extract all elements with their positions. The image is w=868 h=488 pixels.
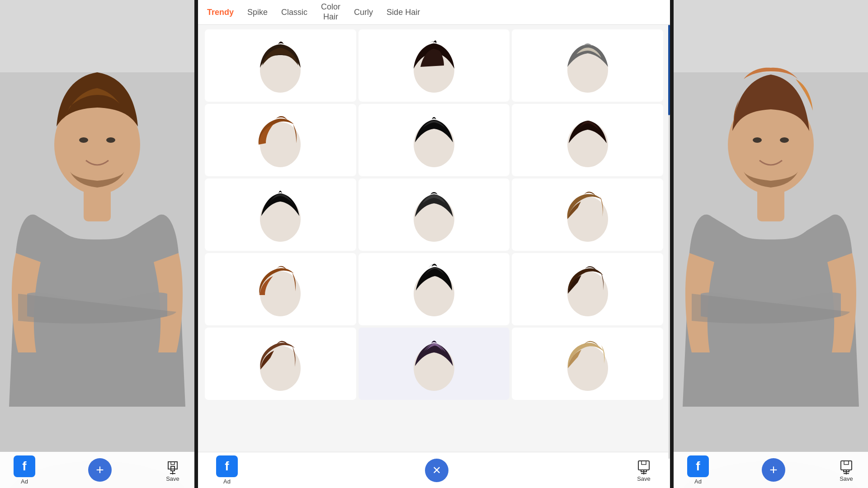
hair-svg-4: [253, 111, 307, 169]
svg-point-6: [106, 137, 115, 143]
ad-label-left: Ad: [21, 478, 28, 485]
save-label-center: Save: [637, 475, 651, 482]
fb-ad-center[interactable]: f Ad: [216, 455, 238, 485]
save-label-right: Save: [840, 475, 853, 482]
right-panel: f Ad + Save: [674, 0, 868, 488]
svg-rect-22: [638, 461, 649, 470]
svg-rect-24: [642, 461, 646, 465]
left-panel: f Ad + Save: [0, 0, 194, 488]
hair-style-14[interactable]: [359, 328, 510, 400]
ad-label-center: Ad: [223, 478, 231, 485]
hair-style-9[interactable]: [512, 178, 663, 251]
tab-color-hair[interactable]: ColorHair: [321, 0, 340, 23]
svg-point-31: [780, 137, 789, 143]
hair-style-10[interactable]: [205, 253, 356, 325]
tab-curly[interactable]: Curly: [354, 6, 373, 19]
right-person-figure: [674, 0, 868, 488]
svg-point-30: [753, 137, 762, 143]
close-button[interactable]: ✕: [425, 459, 448, 482]
svg-rect-34: [844, 461, 849, 465]
right-divider: [670, 0, 674, 488]
save-icon-center: [636, 458, 652, 474]
ad-label-right: Ad: [694, 478, 702, 485]
left-divider: [194, 0, 198, 488]
hair-svg-12: [561, 260, 615, 319]
hair-style-3[interactable]: [512, 29, 663, 102]
tab-classic[interactable]: Classic: [281, 6, 307, 19]
hair-svg-13: [253, 334, 307, 393]
left-person-figure: [0, 0, 194, 488]
fb-ad-left[interactable]: f Ad: [14, 455, 35, 485]
hair-svg-5: [407, 111, 461, 169]
svg-rect-32: [841, 461, 852, 470]
tab-trendy[interactable]: Trendy: [207, 6, 234, 19]
add-button-right[interactable]: +: [762, 458, 785, 482]
svg-rect-1: [0, 0, 194, 72]
hair-style-2[interactable]: [359, 29, 510, 102]
hair-svg-11: [407, 260, 461, 319]
hair-style-1[interactable]: [205, 29, 356, 102]
save-button-right[interactable]: Save: [838, 458, 854, 482]
hair-svg-6: [561, 111, 615, 169]
tab-side-hair[interactable]: Side Hair: [387, 6, 420, 19]
scroll-bar[interactable]: [668, 25, 670, 459]
hair-svg-7: [253, 185, 307, 244]
hair-svg-3: [561, 36, 615, 95]
hair-style-4[interactable]: [205, 104, 356, 176]
facebook-icon-right: f: [687, 455, 709, 477]
hair-style-13[interactable]: [205, 328, 356, 400]
hair-svg-2: [407, 36, 461, 95]
center-panel: Trendy Spike Classic ColorHair Curly Sid…: [198, 0, 670, 488]
save-label-left: Save: [166, 475, 179, 482]
save-icon-left: [165, 458, 181, 474]
save-icon-right: [838, 458, 854, 474]
svg-point-5: [79, 137, 88, 143]
hair-style-5[interactable]: [359, 104, 510, 176]
hair-style-7[interactable]: [205, 178, 356, 251]
hair-svg-14: [407, 334, 461, 393]
tab-spike[interactable]: Spike: [247, 6, 268, 19]
fb-ad-right[interactable]: f Ad: [687, 455, 709, 485]
tab-bar: Trendy Spike Classic ColorHair Curly Sid…: [198, 0, 670, 25]
scroll-thumb: [668, 25, 670, 115]
center-bottom-bar: f Ad ✕ Save: [198, 452, 670, 488]
svg-rect-26: [674, 0, 868, 72]
save-button-left[interactable]: Save: [165, 458, 181, 482]
save-button-center[interactable]: Save: [636, 458, 652, 482]
hair-svg-8: [407, 185, 461, 244]
hair-style-12[interactable]: [512, 253, 663, 325]
hair-style-11[interactable]: [359, 253, 510, 325]
hair-style-6[interactable]: [512, 104, 663, 176]
hair-svg-10: [253, 260, 307, 319]
hair-svg-15: [561, 334, 615, 393]
facebook-icon-left: f: [14, 455, 35, 477]
hair-svg-9: [561, 185, 615, 244]
facebook-icon-center: f: [216, 455, 238, 477]
add-button-left[interactable]: +: [88, 458, 112, 482]
hair-style-8[interactable]: [359, 178, 510, 251]
hair-svg-1: [253, 36, 307, 95]
hair-style-15[interactable]: [512, 328, 663, 400]
hair-style-grid: [198, 25, 670, 452]
